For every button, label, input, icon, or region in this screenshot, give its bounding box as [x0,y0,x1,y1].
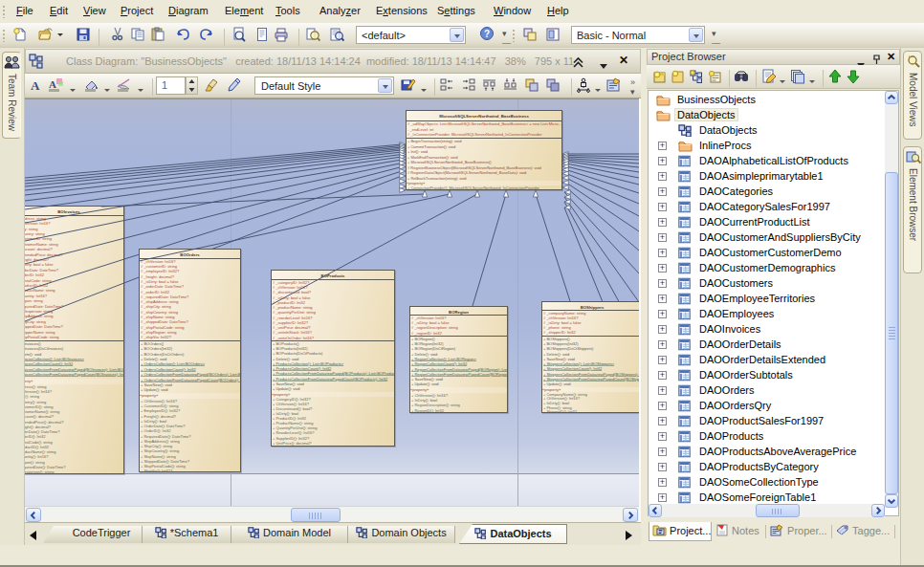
svg-text:A: A [49,78,56,90]
svg-text:?: ? [484,29,490,39]
svg-text:A: A [31,78,40,93]
